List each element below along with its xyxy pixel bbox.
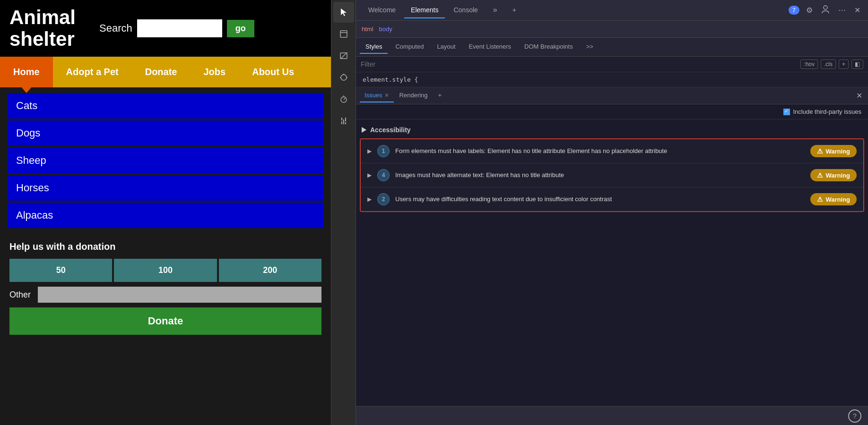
nav-item-jobs[interactable]: Jobs	[191, 57, 239, 87]
close-bottom-panel-icon[interactable]: ✕	[854, 90, 864, 102]
amount-200[interactable]: 200	[219, 259, 321, 282]
hov-button[interactable]: :hov	[800, 60, 818, 69]
third-party-label: Include third-party issues	[793, 108, 861, 115]
donation-title: Help us with a donation	[9, 241, 321, 252]
bottom-tab-rendering[interactable]: Rendering	[395, 89, 433, 102]
nav-item-adopt[interactable]: Adopt a Pet	[53, 57, 132, 87]
settings-icon[interactable]: ⚙	[804, 4, 815, 17]
cursor-icon[interactable]	[333, 2, 354, 23]
issues-toolbar: Include third-party issues	[356, 104, 868, 119]
devtools-sidebar	[331, 0, 356, 425]
close-devtools-icon[interactable]: ✕	[852, 4, 862, 17]
warning-badge-1: ⚠ Warning	[810, 145, 857, 157]
devtools-bottombar: ?	[356, 406, 868, 425]
site-title: Animal shelter	[9, 7, 76, 50]
other-amount-input[interactable]	[38, 287, 321, 303]
svg-rect-11	[343, 119, 344, 124]
cls-button[interactable]: .cls	[821, 60, 836, 69]
issue-expand-arrow-3[interactable]: ▶	[367, 196, 372, 203]
issues-tab-label: Issues	[365, 92, 382, 99]
add-style-rule[interactable]: +	[839, 60, 849, 69]
third-party-issues-toggle[interactable]: Include third-party issues	[783, 108, 861, 115]
warning-label-2: Warning	[825, 172, 850, 179]
search-input[interactable]	[137, 19, 222, 37]
accessibility-section: Accessibility ▶ 1 Form elements must hav…	[356, 119, 868, 406]
nav-item-about[interactable]: About Us	[239, 57, 307, 87]
checkbox-icon	[783, 109, 790, 115]
bottom-content: Include third-party issues Accessibility	[356, 104, 868, 406]
animal-item-cats[interactable]: Cats	[8, 93, 323, 119]
svg-rect-12	[345, 118, 346, 121]
svg-point-14	[824, 6, 827, 9]
styles-tab-more[interactable]: >>	[581, 40, 599, 54]
toggle-sidebar[interactable]: ◧	[851, 60, 863, 69]
animal-item-dogs[interactable]: Dogs	[8, 120, 323, 146]
tab-elements[interactable]: Elements	[404, 2, 445, 18]
devtools-breadcrumb-row: html body	[356, 21, 868, 38]
svg-rect-13	[345, 122, 346, 124]
donate-button[interactable]: Donate	[9, 307, 321, 335]
styles-tab-layout[interactable]: Layout	[431, 40, 461, 54]
other-row: Other	[9, 287, 321, 303]
animal-item-alpacas[interactable]: Alpacas	[8, 203, 323, 228]
customize-icon[interactable]	[333, 110, 354, 131]
svg-rect-9	[341, 118, 342, 120]
issue-text-alt-text: Images must have alternate text: Element…	[395, 170, 805, 180]
accessibility-header[interactable]: Accessibility	[360, 123, 864, 136]
styles-tab-computed[interactable]: Computed	[390, 40, 429, 54]
issue-expand-arrow[interactable]: ▶	[367, 148, 372, 154]
devtools-topbar-right: 7 ⚙ ⋯ ✕	[789, 3, 862, 17]
animal-item-horses[interactable]: Horses	[8, 175, 323, 201]
svg-rect-10	[341, 121, 342, 124]
issue-expand-arrow-2[interactable]: ▶	[367, 172, 372, 178]
issues-tab-close[interactable]: ✕	[384, 92, 389, 99]
issue-row-alt-text: ▶ 4 Images must have alternate text: Ele…	[361, 163, 863, 187]
body-breadcrumb[interactable]: body	[379, 26, 392, 33]
styles-tab-event-listeners[interactable]: Event Listeners	[463, 40, 517, 54]
warning-label-1: Warning	[825, 148, 850, 155]
help-icon[interactable]: ?	[848, 409, 861, 423]
go-button[interactable]: go	[227, 20, 254, 37]
issue-badge-2: 4	[377, 169, 390, 181]
nav-item-home[interactable]: Home	[0, 57, 53, 87]
user-icon[interactable]	[819, 3, 832, 17]
bottom-tab-issues[interactable]: Issues ✕	[360, 89, 394, 102]
html-breadcrumb[interactable]: html	[362, 26, 373, 33]
collapse-triangle-icon	[362, 127, 366, 133]
warning-label-3: Warning	[825, 196, 850, 203]
tab-more-icon[interactable]: »	[486, 2, 504, 19]
amount-50[interactable]: 50	[9, 259, 112, 282]
nav-bar: Home Adopt a Pet Donate Jobs About Us	[0, 57, 331, 87]
inspector-icon[interactable]	[333, 24, 354, 44]
tab-new[interactable]: +	[506, 2, 523, 18]
tab-console[interactable]: Console	[447, 2, 484, 18]
bottom-tab-add[interactable]: +	[434, 89, 447, 102]
search-label: Search	[99, 22, 132, 34]
styles-tab-styles[interactable]: Styles	[360, 40, 388, 54]
svg-line-3	[340, 52, 347, 59]
styles-tab-dom-breakpoints[interactable]: DOM Breakpoints	[519, 40, 579, 54]
tab-welcome[interactable]: Welcome	[362, 2, 402, 18]
nav-item-donate[interactable]: Donate	[132, 57, 191, 87]
animal-item-sheep[interactable]: Sheep	[8, 148, 323, 173]
performance-icon[interactable]	[333, 89, 354, 110]
more-options-icon[interactable]: ⋯	[836, 4, 848, 17]
styles-panel: Styles Computed Layout Event Listeners D…	[356, 38, 868, 425]
animals-list: Cats Dogs Sheep Horses Alpacas	[0, 87, 331, 234]
rendering-tab-label: Rendering	[399, 92, 428, 99]
no-image-icon[interactable]	[333, 45, 354, 66]
warning-icon-1: ⚠	[817, 147, 823, 155]
issue-row-form-labels: ▶ 1 Form elements must have labels: Elem…	[361, 139, 863, 163]
debug-icon[interactable]	[333, 67, 354, 88]
styles-tabs: Styles Computed Layout Event Listeners D…	[356, 38, 868, 57]
svg-point-4	[341, 75, 347, 80]
amount-100[interactable]: 100	[114, 259, 217, 282]
warning-icon-2: ⚠	[817, 171, 823, 179]
devtools-content: Styles Computed Layout Event Listeners D…	[356, 38, 868, 425]
bottom-tabs-bar: Issues ✕ Rendering + ✕	[356, 87, 868, 104]
warning-badge-2: ⚠ Warning	[810, 169, 857, 181]
filter-input[interactable]	[361, 60, 797, 68]
bottom-drawer: Issues ✕ Rendering + ✕	[356, 87, 868, 425]
notification-badge: 7	[789, 6, 799, 15]
issue-badge-3: 2	[377, 193, 390, 205]
